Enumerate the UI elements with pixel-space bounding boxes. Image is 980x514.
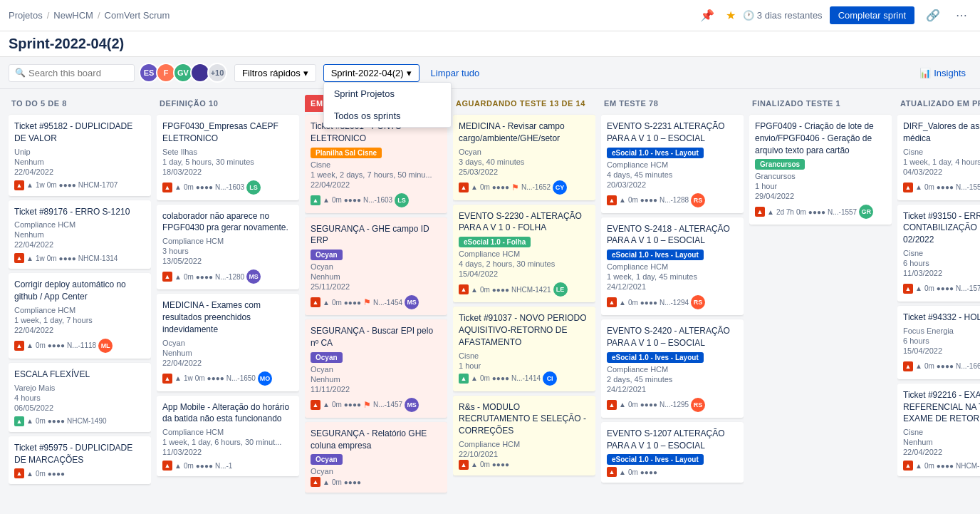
card[interactable]: SEGURANÇA - Buscar EPI pelo nº CA Ocyan …	[305, 319, 447, 418]
card[interactable]: Corrigir deploy automático no github / A…	[9, 273, 151, 359]
pin-icon[interactable]: 📌	[696, 6, 719, 25]
card-time: Nenhum	[14, 158, 145, 166]
card[interactable]: FPGF0430_Empresas CAEPF ELETRONICO Sete …	[157, 115, 299, 200]
search-input[interactable]	[28, 68, 128, 78]
avatar: LE	[553, 282, 568, 297]
menu-item-todos-sprints[interactable]: Todos os sprints	[324, 105, 451, 127]
card[interactable]: Ticket #94332 - HOLERITE Focus Energia 6…	[897, 306, 980, 379]
card-time: Nenhum	[14, 230, 145, 239]
avatar: RS	[691, 398, 705, 412]
card-company: Cisne	[903, 249, 980, 257]
ticket-id: N...-1557	[828, 208, 857, 216]
menu-item-sprint-projetos[interactable]: Sprint Projetos	[324, 83, 451, 105]
card[interactable]: EVENTO S-1207 ALTERAÇÃO PARA A V 1 0 – E…	[601, 422, 744, 483]
card[interactable]: colaborador não aparece no FPGF0430 pra …	[157, 205, 299, 290]
breadcrumb-projetos[interactable]: Projetos	[9, 10, 43, 21]
card[interactable]: FPGF0409 - Criação de lote de envio/FPGF…	[749, 115, 892, 225]
tag: Planilha Sal Cisne	[311, 148, 382, 158]
card-time: 4 days, 2 hours, 30 minutes	[459, 259, 590, 268]
card-time: 1 week, 1 day, 6 hours, 30 minut...	[162, 438, 293, 446]
card-company: Compliance HCM	[607, 262, 738, 271]
avatar-more[interactable]: +10	[207, 63, 227, 83]
priority-icon: ▲	[14, 180, 24, 190]
card-date: 11/11/2022	[311, 385, 442, 394]
estimate: 0m	[628, 468, 638, 476]
page-title: Sprint-2022-04(2)	[9, 36, 971, 52]
ticket-id: NHCM-1421	[511, 286, 551, 294]
tag: Ocyan	[311, 352, 343, 363]
card[interactable]: Ticket #95182 - DUPLICIDADE DE VALOR Uni…	[9, 115, 151, 196]
more-icon[interactable]: ⋯	[952, 6, 971, 25]
estimate: 0m	[628, 196, 638, 204]
card[interactable]: Ticket #93150 - ERRO CONTABILIZAÇÃO FOPA…	[897, 205, 980, 302]
card[interactable]: EVENTO S-2231 ALTERAÇÃO PARA A V 1 0 – E…	[601, 115, 744, 213]
card[interactable]: DIRF_Valores de assistência médica Cisne…	[897, 115, 980, 200]
chevron-up-icon: ▲	[323, 401, 330, 408]
clear-button[interactable]: Limpar tudo	[427, 65, 484, 81]
insights-button[interactable]: 📊 Insights	[914, 65, 971, 81]
time-spent: 1w	[36, 181, 45, 189]
card[interactable]: Ticket #92216 - EXAME REFERENCIAL NA TEL…	[897, 384, 980, 476]
card-date: 29/04/2022	[755, 192, 886, 200]
card-title: Ticket #89176 - ERRO S-1210	[14, 206, 145, 218]
sprint-chevron-icon: ▾	[407, 68, 412, 78]
card[interactable]: Ticket #82061 - PONTO ELETRONICO Planilh…	[305, 115, 447, 213]
card-title: Ticket #91037 - NOVO PERIODO AQUISITIVO-…	[459, 312, 590, 348]
card[interactable]: SEGURANÇA - Relatório GHE coluna empresa…	[305, 422, 447, 493]
card[interactable]: Ticket #95975 - DUPLICIDADE DE MARCAÇÕES…	[9, 436, 151, 485]
estimate: 0m	[924, 462, 934, 470]
dots: ●●●●	[196, 273, 213, 281]
priority-icon: ▲	[607, 195, 617, 205]
avatar: ML	[98, 339, 113, 353]
chevron-up-icon: ▲	[619, 468, 626, 476]
chevron-up-icon: ▲	[915, 362, 922, 370]
card-meta: ▲ ▲ 0m ●●●● N...-1280 MS	[162, 269, 293, 284]
card[interactable]: SEGURANÇA - GHE campo ID ERP Ocyan Ocyan…	[305, 217, 447, 316]
card-company: Compliance HCM	[459, 440, 590, 448]
card[interactable]: EVENTO S-2418 - ALTERAÇÃO PARA A V 1 0 –…	[601, 217, 744, 316]
time-spent: 2d 7h	[776, 208, 794, 216]
card-date: 15/04/2022	[459, 269, 590, 278]
column-header-definicao: DEFINIÇÃO 10	[157, 95, 299, 112]
chevron-up-icon: ▲	[323, 196, 330, 204]
card-title: R&s - MODULO RECRUTAMENTO E SELEÇÃO - CO…	[459, 401, 590, 437]
priority-icon: ▲	[14, 253, 24, 263]
ticket-id: N...-1603	[215, 183, 244, 191]
sprint-dropdown-button[interactable]: Sprint-2022-04(2) ▾	[323, 64, 419, 82]
breadcrumb-newhcm[interactable]: NewHCM	[53, 10, 93, 21]
card[interactable]: App Mobile - Alteração do horário da bat…	[157, 396, 299, 477]
card-date: 15/04/2022	[903, 346, 980, 355]
filters-button[interactable]: Filtros rápidos ▾	[234, 64, 316, 82]
chart-icon: 📊	[919, 68, 931, 78]
card[interactable]: MEDICINA - Exames com resultados preench…	[157, 294, 299, 391]
ticket-id: NHCM-1516	[956, 462, 980, 470]
clock-icon: 🕐	[743, 10, 754, 21]
card-date: 11/03/2022	[903, 269, 980, 277]
search-box[interactable]: 🔍	[9, 64, 135, 82]
card[interactable]: EVENTO S-2420 - ALTERAÇÃO PARA A V 1 0 –…	[601, 319, 744, 418]
share-icon[interactable]: 🔗	[922, 6, 944, 25]
chevron-up-icon: ▲	[915, 284, 922, 292]
card[interactable]: MEDICINA - Revisar campo cargo/ambiente/…	[453, 115, 595, 200]
card[interactable]: R&s - MODULO RECRUTAMENTO E SELEÇÃO - CO…	[453, 396, 595, 476]
card[interactable]: EVENTO S-2230 - ALTERAÇÃO PARA A V 1 0 -…	[453, 205, 595, 303]
priority-icon: ▲	[903, 361, 913, 371]
dots: ●●●●	[937, 462, 954, 470]
card-meta: ▲ ▲ 0m ●●●● N...-1603 LS	[162, 180, 293, 195]
card-title: EVENTO S-1207 ALTERAÇÃO PARA A V 1 0 – E…	[607, 428, 738, 452]
card[interactable]: Ticket #91037 - NOVO PERIODO AQUISITIVO-…	[453, 307, 595, 391]
card-meta: ▲ ▲ 0m ●●●● N...-1667 FE	[903, 359, 980, 374]
tag: Ocyan	[311, 454, 343, 465]
breadcrumb-comvert[interactable]: ComVert Scrum	[105, 10, 170, 21]
column-header-finalizado: FINALIZADO TESTE 1	[749, 95, 892, 112]
avatar: LS	[246, 180, 261, 195]
complete-sprint-button[interactable]: Completar sprint	[830, 6, 914, 24]
card[interactable]: ESCALA FLEXÍVEL Varejo Mais 4 hours 06/0…	[9, 363, 151, 432]
card-date: 22/04/2022	[903, 448, 980, 456]
card[interactable]: Ticket #89176 - ERRO S-1210 Compliance H…	[9, 200, 151, 269]
star-icon[interactable]: ★	[726, 9, 736, 22]
estimate: 0m	[480, 374, 490, 382]
card-date: 11/03/2022	[162, 448, 293, 456]
chevron-up-icon: ▲	[619, 196, 626, 204]
card-title: Ticket #92216 - EXAME REFERENCIAL NA TEL…	[903, 389, 980, 425]
